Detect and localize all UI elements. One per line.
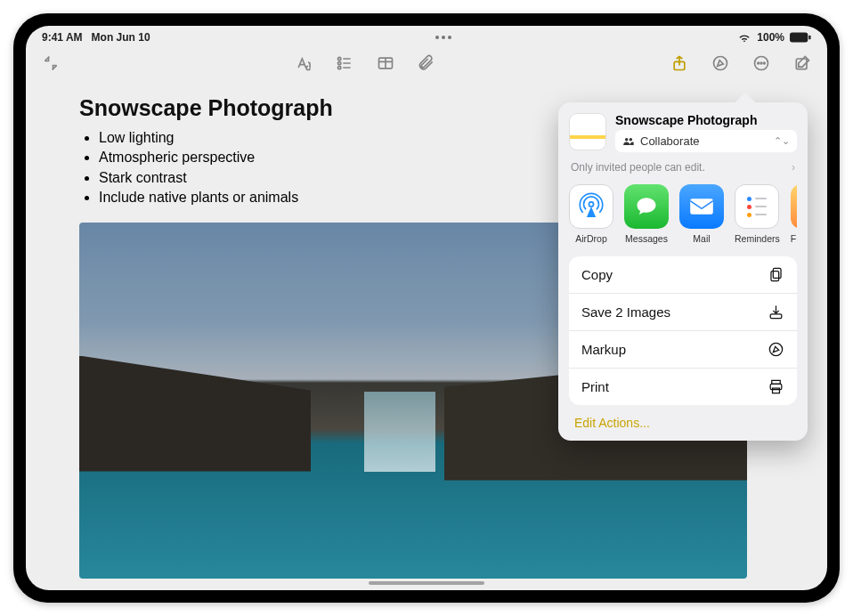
svg-rect-16	[771, 272, 779, 281]
exit-full-icon[interactable]	[42, 54, 60, 72]
chevron-right-icon: ›	[792, 161, 795, 174]
svg-rect-15	[773, 268, 781, 278]
airdrop-icon	[569, 184, 613, 229]
svg-rect-0	[790, 32, 808, 42]
share-app-more[interactable]: Fr	[791, 184, 797, 244]
battery-percent: 100%	[757, 31, 784, 44]
print-icon	[768, 378, 784, 395]
chevron-updown-icon: ⌃⌄	[774, 135, 790, 147]
share-app-mail[interactable]: Mail	[679, 184, 724, 244]
svg-point-9	[758, 62, 760, 64]
markup-icon	[768, 341, 784, 358]
table-icon[interactable]	[377, 54, 394, 72]
status-time: 9:41 AM	[42, 31, 83, 44]
status-bar: 9:41 AM Mon Jun 10 100%	[26, 26, 827, 45]
battery-icon	[790, 32, 811, 43]
compose-icon[interactable]	[793, 54, 811, 72]
share-title: Snowscape Photograph	[615, 113, 797, 127]
mail-icon	[679, 184, 724, 229]
svg-point-13	[589, 202, 593, 207]
status-date: Mon Jun 10	[92, 31, 150, 44]
action-print[interactable]: Print	[569, 369, 797, 405]
svg-rect-1	[808, 35, 810, 39]
markup-tool-icon[interactable]	[711, 54, 729, 72]
people-icon	[622, 135, 635, 148]
more-icon[interactable]	[752, 54, 770, 72]
format-text-icon[interactable]	[295, 54, 313, 72]
action-save-images[interactable]: Save 2 Images	[569, 294, 797, 331]
svg-point-3	[338, 61, 341, 64]
svg-point-4	[338, 66, 341, 69]
action-copy[interactable]: Copy	[569, 256, 797, 294]
share-actions-list: Copy Save 2 Images Markup Print	[569, 256, 797, 405]
checklist-icon[interactable]	[336, 54, 353, 72]
copy-icon	[768, 266, 784, 283]
multitask-dots[interactable]	[435, 36, 451, 39]
share-sheet: Snowscape Photograph Collaborate ⌃⌄ Only…	[558, 102, 808, 441]
permission-row[interactable]: Only invited people can edit. ›	[571, 161, 795, 174]
svg-point-10	[760, 62, 762, 64]
share-app-messages[interactable]: Messages	[624, 184, 669, 244]
collaborate-selector[interactable]: Collaborate ⌃⌄	[615, 130, 797, 152]
reminders-icon	[735, 184, 779, 229]
share-app-reminders[interactable]: Reminders	[735, 184, 780, 244]
home-indicator[interactable]	[369, 581, 484, 585]
attach-icon[interactable]	[418, 54, 435, 72]
share-apps-row: AirDrop Messages Mail	[569, 184, 797, 244]
share-icon[interactable]	[670, 54, 688, 72]
action-markup[interactable]: Markup	[569, 331, 797, 369]
app-icon	[791, 184, 797, 229]
svg-point-7	[714, 57, 727, 70]
svg-rect-17	[770, 314, 782, 319]
svg-point-11	[764, 62, 766, 64]
svg-rect-21	[773, 388, 780, 393]
messages-icon	[624, 184, 669, 229]
toolbar	[26, 45, 827, 81]
svg-rect-14	[690, 199, 713, 215]
share-app-airdrop[interactable]: AirDrop	[569, 184, 613, 244]
svg-point-18	[769, 343, 782, 355]
svg-point-2	[338, 57, 341, 60]
notes-app-icon	[569, 113, 606, 150]
save-icon	[768, 304, 784, 320]
wifi-icon	[737, 32, 751, 43]
edit-actions-link[interactable]: Edit Actions...	[569, 405, 797, 434]
